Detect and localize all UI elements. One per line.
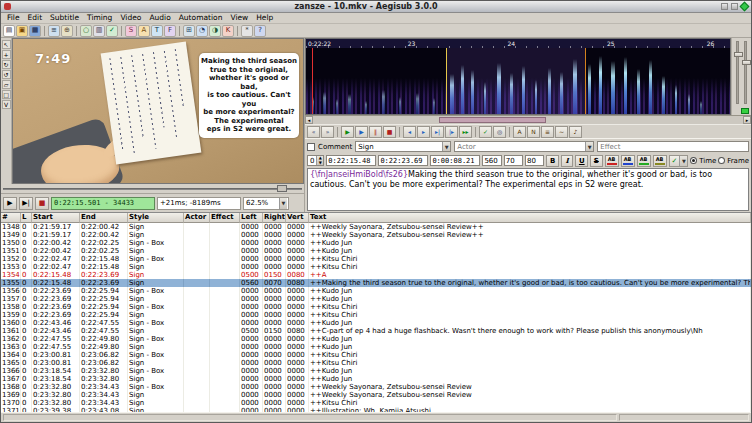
audio-pause-button[interactable]: ‖ xyxy=(369,126,382,138)
grid-row[interactable]: 135200:22:02.470:22:15.48Sign - Box00000… xyxy=(1,255,751,263)
bold-button[interactable]: B xyxy=(546,155,559,167)
audio-karaoke-toggle[interactable]: ♪ xyxy=(569,126,582,138)
end-time-input[interactable]: 0:22:23.69 xyxy=(378,155,428,166)
save-subtitles-icon[interactable]: ▦ xyxy=(29,25,41,37)
audio-prev-line-button[interactable]: « xyxy=(307,126,320,138)
scroll-right-icon[interactable]: ▸ xyxy=(743,116,751,124)
audio-play-before-button[interactable]: ◂ xyxy=(403,126,416,138)
grid-row[interactable]: 136000:22:43.460:22:47.55Sign - Box00000… xyxy=(1,319,751,327)
grid-row[interactable]: 135300:22:02.470:22:15.48Sign00000000000… xyxy=(1,263,751,271)
close-button[interactable] xyxy=(740,2,750,12)
menu-item-subtitle[interactable]: Subtitle xyxy=(46,13,83,23)
grid-row[interactable]: 135000:22:00.420:22:02.25Sign - Box00000… xyxy=(1,239,751,247)
audio-auto-next-toggle[interactable]: N xyxy=(527,126,540,138)
attachments-icon[interactable]: ⊕ xyxy=(61,25,73,37)
audio-goto-selection-button[interactable]: ◎ xyxy=(493,126,506,138)
styles-manager-icon[interactable]: S xyxy=(125,25,137,37)
grid-row[interactable]: 136200:22:47.550:22:49.80Sign - Box00000… xyxy=(1,335,751,343)
audio-play-after-button[interactable]: ▸ xyxy=(417,126,430,138)
shadow-color-button[interactable]: AB xyxy=(653,155,667,167)
subtitle-text-editor[interactable]: {\fnJanseiHmiBold\fs26}Making the third … xyxy=(307,168,749,211)
grid-row[interactable]: 136100:22:43.460:22:47.55Sign05000150008… xyxy=(1,327,751,335)
duration-input[interactable]: 0:00:08.21 xyxy=(430,155,480,166)
margin-left-input[interactable]: 560 xyxy=(482,155,501,166)
audio-play-first-500ms-button[interactable]: ▸| xyxy=(431,126,444,138)
style-select[interactable]: Sign ▼ xyxy=(355,141,451,152)
effect-input[interactable]: Effect xyxy=(597,141,749,152)
video-rotate-xy-icon[interactable]: ↺ xyxy=(2,70,11,79)
frame-radio[interactable] xyxy=(718,157,725,164)
grid-row[interactable]: 134900:21:59.170:22:00.42Sign00000000000… xyxy=(1,231,751,239)
scroll-left-icon[interactable]: ◂ xyxy=(305,116,313,124)
audio-selection[interactable] xyxy=(446,48,586,114)
audio-volume-slider-thumb[interactable] xyxy=(742,60,751,65)
grid-row[interactable]: 135600:22:23.690:22:25.94Sign - Box00000… xyxy=(1,287,751,295)
menu-item-edit[interactable]: Edit xyxy=(24,13,47,23)
outline-color-button[interactable]: AB xyxy=(637,155,651,167)
new-subtitles-icon[interactable]: ▤ xyxy=(3,25,15,37)
grid-row[interactable]: 135500:22:15.480:22:23.69Sign05600070008… xyxy=(1,279,751,287)
video-clip-icon[interactable]: □ xyxy=(2,90,11,99)
audio-play-last-500ms-button[interactable]: |▸ xyxy=(445,126,458,138)
menu-item-view[interactable]: View xyxy=(226,13,252,23)
open-subtitles-icon[interactable]: ▣ xyxy=(16,25,28,37)
audio-volume-slider[interactable] xyxy=(744,41,747,104)
find-icon[interactable]: ○ xyxy=(80,25,92,37)
video-rotate-z-icon[interactable]: ↻ xyxy=(2,60,11,69)
menu-item-help[interactable]: Help xyxy=(252,13,277,23)
grid-row[interactable]: 135400:22:15.480:22:23.69Sign05000150008… xyxy=(1,271,751,279)
underline-button[interactable]: U xyxy=(575,155,588,167)
video-scale-icon[interactable]: ▱ xyxy=(2,80,11,89)
video-seek-bar[interactable] xyxy=(1,184,304,194)
grid-row[interactable]: 136500:23:00.810:23:06.82Sign00000000000… xyxy=(1,359,751,367)
translation-assistant-icon[interactable]: T xyxy=(151,25,163,37)
grid-row[interactable]: 136800:23:32.800:23:34.43Sign - Box00000… xyxy=(1,383,751,391)
italic-button[interactable]: I xyxy=(561,155,574,167)
menu-item-audio[interactable]: Audio xyxy=(145,13,174,23)
video-vector-clip-icon[interactable]: V xyxy=(2,100,11,109)
audio-zoom-slider-thumb[interactable] xyxy=(734,52,743,57)
menu-item-automation[interactable]: Automation xyxy=(175,13,227,23)
margin-vert-input[interactable]: 80 xyxy=(525,155,544,166)
grid-row[interactable]: 136700:23:18.540:23:32.80Sign00000000000… xyxy=(1,375,751,383)
comment-checkbox[interactable] xyxy=(307,143,315,151)
grid-row[interactable]: 134800:21:59.170:22:00.42Sign00000000000… xyxy=(1,223,751,231)
audio-timeline[interactable]: 0:22:2223242526 xyxy=(306,39,730,48)
grid-row[interactable]: 135800:22:23.690:22:25.94Sign - Box00000… xyxy=(1,303,751,311)
spinner-arrows-icon[interactable]: ▲▼ xyxy=(316,156,323,165)
audio-scrollbar[interactable]: ◂ ▸ xyxy=(305,115,751,124)
kanji-timer-icon[interactable]: K xyxy=(222,25,234,37)
video-seek-thumb[interactable] xyxy=(277,185,287,192)
audio-next-line-button[interactable]: » xyxy=(321,126,334,138)
options-icon[interactable]: * xyxy=(241,25,253,37)
actor-select[interactable]: Actor ▼ xyxy=(454,141,594,152)
shift-times-icon[interactable]: ◔ xyxy=(196,25,208,37)
audio-auto-commit-toggle[interactable]: A xyxy=(513,126,526,138)
audio-auto-scroll-toggle[interactable]: ≡ xyxy=(541,126,554,138)
audio-play-to-end-button[interactable]: ▸▸ xyxy=(459,126,472,138)
secondary-color-button[interactable]: AB xyxy=(621,155,635,167)
audio-scrollbar-thumb[interactable] xyxy=(439,117,546,123)
grid-row[interactable]: 135900:22:23.690:22:25.94Sign00000000000… xyxy=(1,311,751,319)
audio-play-line-button[interactable]: ▶ xyxy=(355,126,368,138)
primary-color-button[interactable]: AB xyxy=(605,155,619,167)
grid-row[interactable]: 136300:22:47.550:22:49.80Sign00000000000… xyxy=(1,343,751,351)
video-display[interactable]: 7:49 Making the third seasontrue to the … xyxy=(12,38,304,184)
title-bar[interactable]: zansze - 10.mkv - Aegisub 3.0.0 xyxy=(1,1,751,13)
select-lines-icon[interactable]: ▥ xyxy=(93,25,105,37)
timing-postprocessor-icon[interactable]: ◑ xyxy=(209,25,221,37)
help-icon[interactable]: ? xyxy=(254,25,266,37)
audio-play-selection-button[interactable]: ▶ xyxy=(341,126,354,138)
grid-row[interactable]: 136900:23:32.800:23:34.43Sign00000000000… xyxy=(1,391,751,399)
menu-item-timing[interactable]: Timing xyxy=(83,13,116,23)
audio-stop-button[interactable]: ■ xyxy=(383,126,396,138)
spellcheck-icon[interactable]: ✓ xyxy=(106,25,118,37)
fonts-collector-icon[interactable]: F xyxy=(164,25,176,37)
video-zoom-select[interactable]: 62.5% ▼ xyxy=(243,197,289,210)
strike-button[interactable]: S xyxy=(590,155,603,167)
menu-item-video[interactable]: Video xyxy=(116,13,145,23)
video-stop-button[interactable]: ■ xyxy=(35,197,49,210)
styling-assistant-icon[interactable]: A xyxy=(138,25,150,37)
resample-resolution-icon[interactable]: ⊞ xyxy=(183,25,195,37)
audio-commit-button[interactable]: ✓ xyxy=(479,126,492,138)
